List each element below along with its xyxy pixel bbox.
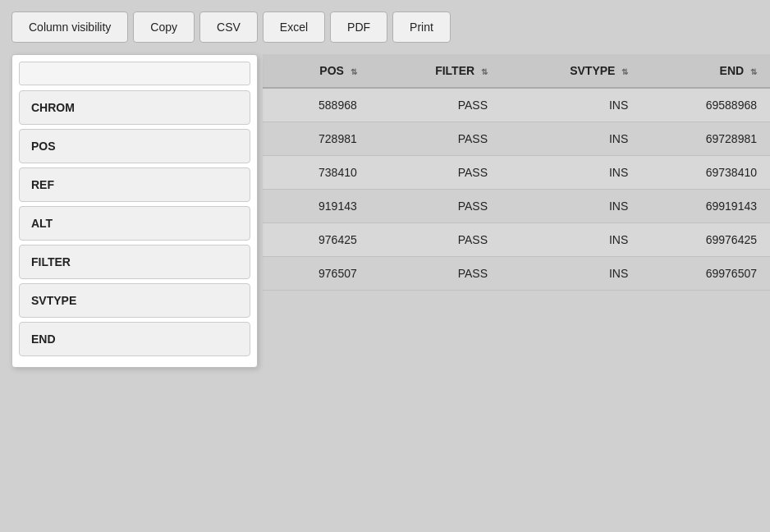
dropdown-item-chrom[interactable]: CHROM — [19, 90, 250, 125]
sort-icon-svtype: ⇅ — [621, 67, 628, 76]
cell-svtype: INS — [501, 88, 641, 122]
cell-pos: 976507 — [263, 257, 370, 291]
dropdown-item-ref[interactable]: REF — [19, 167, 250, 202]
cell-end: 69728981 — [641, 122, 770, 156]
data-table-container: POS ⇅FILTER ⇅SVTYPE ⇅END ⇅ 588968PASSINS… — [263, 54, 770, 291]
col-header-pos[interactable]: POS ⇅ — [263, 54, 370, 88]
col-header-end[interactable]: END ⇅ — [641, 54, 770, 88]
cell-pos: 976425 — [263, 223, 370, 257]
copy-button[interactable]: Copy — [133, 11, 195, 43]
cell-pos: 588968 — [263, 88, 370, 122]
column-visibility-button[interactable]: Column visibility — [11, 11, 128, 43]
dropdown-item-end[interactable]: END — [19, 322, 250, 356]
cell-filter: PASS — [370, 190, 501, 223]
col-header-svtype[interactable]: SVTYPE ⇅ — [501, 54, 641, 88]
csv-button[interactable]: CSV — [199, 11, 258, 43]
header-row: POS ⇅FILTER ⇅SVTYPE ⇅END ⇅ — [263, 54, 770, 88]
toolbar: Column visibilityCopyCSVExcelPDFPrint — [0, 0, 770, 54]
main-area: CHROMPOSREFALTFILTERSVTYPEEND POS ⇅FILTE… — [0, 54, 770, 291]
table-body: 588968PASSINS69588968728981PASSINS697289… — [263, 88, 770, 291]
dropdown-item-svtype[interactable]: SVTYPE — [19, 283, 250, 318]
cell-end: 69919143 — [641, 190, 770, 223]
cell-filter: PASS — [370, 88, 501, 122]
dropdown-item-pos[interactable]: POS — [19, 129, 250, 163]
data-table: POS ⇅FILTER ⇅SVTYPE ⇅END ⇅ 588968PASSINS… — [263, 54, 770, 291]
sort-icon-pos: ⇅ — [351, 67, 357, 76]
table-row: 728981PASSINS69728981 — [263, 122, 770, 156]
cell-filter: PASS — [370, 223, 501, 257]
cell-svtype: INS — [501, 223, 641, 257]
table-row: 976507PASSINS69976507 — [263, 257, 770, 291]
cell-end: 69976425 — [641, 223, 770, 257]
print-button[interactable]: Print — [392, 11, 451, 43]
cell-filter: PASS — [370, 122, 501, 156]
cell-end: 69738410 — [641, 156, 770, 190]
cell-pos: 738410 — [263, 156, 370, 190]
cell-pos: 919143 — [263, 190, 370, 223]
table-row: 588968PASSINS69588968 — [263, 88, 770, 122]
table-row: 919143PASSINS69919143 — [263, 190, 770, 223]
sort-icon-end: ⇅ — [750, 67, 757, 76]
cell-end: 69976507 — [641, 257, 770, 291]
cell-end: 69588968 — [641, 88, 770, 122]
column-visibility-dropdown: CHROMPOSREFALTFILTERSVTYPEEND — [11, 54, 258, 368]
table-row: 738410PASSINS69738410 — [263, 156, 770, 190]
sort-icon-filter: ⇅ — [481, 67, 488, 76]
dropdown-item-alt[interactable]: ALT — [19, 206, 250, 241]
cell-svtype: INS — [501, 257, 641, 291]
pdf-button[interactable]: PDF — [330, 11, 387, 43]
cell-svtype: INS — [501, 122, 641, 156]
column-search-input[interactable] — [19, 62, 250, 85]
col-header-filter[interactable]: FILTER ⇅ — [370, 54, 501, 88]
cell-svtype: INS — [501, 190, 641, 223]
dropdown-item-filter[interactable]: FILTER — [19, 245, 250, 279]
cell-pos: 728981 — [263, 122, 370, 156]
cell-svtype: INS — [501, 156, 641, 190]
table-row: 976425PASSINS69976425 — [263, 223, 770, 257]
cell-filter: PASS — [370, 156, 501, 190]
cell-filter: PASS — [370, 257, 501, 291]
table-header: POS ⇅FILTER ⇅SVTYPE ⇅END ⇅ — [263, 54, 770, 88]
excel-button[interactable]: Excel — [263, 11, 325, 43]
